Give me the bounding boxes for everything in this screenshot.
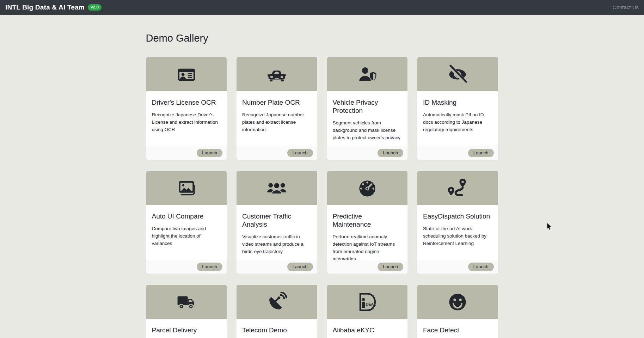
smile-icon	[447, 292, 468, 312]
card-description: State-of-the-art AI work scheduling solu…	[423, 225, 492, 247]
card-icon-tile	[417, 171, 498, 205]
top-navbar: INTL Big Data & AI Team v2.0 Contact Us	[0, 0, 644, 15]
eye-slash-icon	[447, 64, 468, 85]
card-title: Driver's License OCR	[152, 98, 221, 106]
launch-button[interactable]: Launch	[468, 149, 494, 157]
id-card-icon	[176, 64, 197, 85]
truck-icon	[176, 292, 197, 312]
card-description: Recognize Japanese number plates and ext…	[242, 111, 312, 133]
card-icon-tile	[146, 171, 227, 205]
users-icon	[266, 178, 287, 198]
launch-button[interactable]: Launch	[287, 149, 313, 157]
demo-card-customer-traffic-analysis: Customer Traffic Analysis Visualize cust…	[236, 171, 318, 274]
gauge-icon	[357, 178, 378, 198]
satellite-dish-icon	[266, 292, 287, 312]
card-title: Telecom Demo	[242, 326, 312, 334]
version-badge: v2.0	[88, 4, 102, 11]
card-title: Parcel Delivery	[152, 326, 221, 334]
card-footer: Launch	[146, 146, 227, 160]
card-icon-tile	[327, 171, 408, 205]
card-icon-tile	[417, 285, 498, 319]
card-title: EasyDispatch Solution	[423, 212, 492, 220]
launch-button[interactable]: Launch	[287, 263, 313, 271]
card-description: Perform realtime anomaly detection again…	[333, 233, 402, 260]
header-nav: Contact Us	[613, 4, 639, 11]
card-icon-tile	[327, 57, 408, 91]
card-icon-tile	[237, 285, 317, 319]
card-description: Segment vehicles from background and mas…	[333, 119, 402, 141]
card-footer: Launch	[417, 260, 498, 274]
route-icon	[447, 178, 468, 198]
main-content: Demo Gallery Driver's License OCR Recogn…	[141, 32, 504, 338]
card-footer: Launch	[327, 146, 408, 160]
launch-button[interactable]: Launch	[468, 263, 494, 271]
card-description: Compare two images and highlight the loc…	[152, 225, 221, 247]
demo-card-vehicle-privacy-protection: Vehicle Privacy Protection Segment vehic…	[327, 57, 408, 160]
demo-card-easydispatch-solution: EasyDispatch Solution State-of-the-art A…	[417, 171, 498, 274]
card-footer: Launch	[237, 260, 317, 274]
demo-card-drivers-license-ocr: Driver's License OCR Recognize Japanese …	[146, 57, 227, 160]
images-icon	[176, 178, 197, 198]
user-shield-icon	[357, 64, 378, 85]
demo-card-parcel-delivery: Parcel Delivery Realtime dashboard showi…	[146, 284, 227, 338]
demo-card-id-masking: ID Masking Automatically mask PII on ID …	[417, 57, 498, 160]
card-title: ID Masking	[423, 98, 492, 106]
card-icon-tile	[146, 285, 227, 319]
card-icon-tile	[237, 171, 317, 205]
card-icon-tile	[417, 57, 498, 91]
svg-text:DEAL: DEAL	[366, 302, 376, 306]
launch-button[interactable]: Launch	[378, 149, 403, 157]
demo-card-alibaba-ekyc: DEAL Alibaba eKYC eKYC makes trust simpl…	[327, 284, 408, 338]
card-title: Predictive Maintenance	[333, 212, 402, 228]
demo-card-auto-ui-compare: Auto UI Compare Compare two images and h…	[146, 171, 227, 274]
card-description: Visualize customer traffic in video stre…	[242, 233, 312, 255]
card-icon-tile: DEAL	[327, 285, 408, 319]
page-title: Demo Gallery	[146, 32, 498, 44]
contact-us-link[interactable]: Contact Us	[613, 4, 639, 10]
card-title: Auto UI Compare	[152, 212, 221, 220]
card-footer: Launch	[327, 260, 408, 274]
brand-link[interactable]: INTL Big Data & AI Team v2.0	[5, 4, 102, 11]
card-icon-tile	[237, 57, 317, 91]
launch-button[interactable]: Launch	[197, 149, 222, 157]
card-title: Vehicle Privacy Protection	[333, 98, 402, 115]
demo-card-face-detect: Face Detect Localize human faces in an i…	[417, 284, 498, 338]
card-title: Number Plate OCR	[242, 98, 312, 106]
demo-card-predictive-maintenance: Predictive Maintenance Perform realtime …	[327, 171, 408, 274]
launch-button[interactable]: Launch	[378, 263, 403, 271]
launch-button[interactable]: Launch	[197, 263, 222, 271]
card-title: Alibaba eKYC	[333, 326, 402, 334]
card-description: Automatically mask PII on ID docs accord…	[423, 111, 492, 133]
demo-card-telecom-demo: Telecom Demo QuickBI dashboards showcasi…	[236, 284, 318, 338]
card-icon-tile	[146, 57, 227, 91]
card-title: Face Detect	[423, 326, 492, 334]
demo-card-number-plate-ocr: Number Plate OCR Recognize Japanese numb…	[236, 57, 318, 160]
brand-title: INTL Big Data & AI Team	[5, 4, 85, 11]
car-icon	[266, 64, 287, 85]
card-footer: Launch	[146, 260, 227, 274]
card-footer: Launch	[417, 146, 498, 160]
card-footer: Launch	[237, 146, 317, 160]
card-description: Recognize Japanese Driver's License and …	[152, 111, 221, 133]
mouse-cursor	[547, 222, 552, 231]
demo-card-grid: Driver's License OCR Recognize Japanese …	[146, 57, 498, 338]
card-title: Customer Traffic Analysis	[242, 212, 312, 228]
ideal-brand-icon: DEAL	[357, 292, 378, 312]
